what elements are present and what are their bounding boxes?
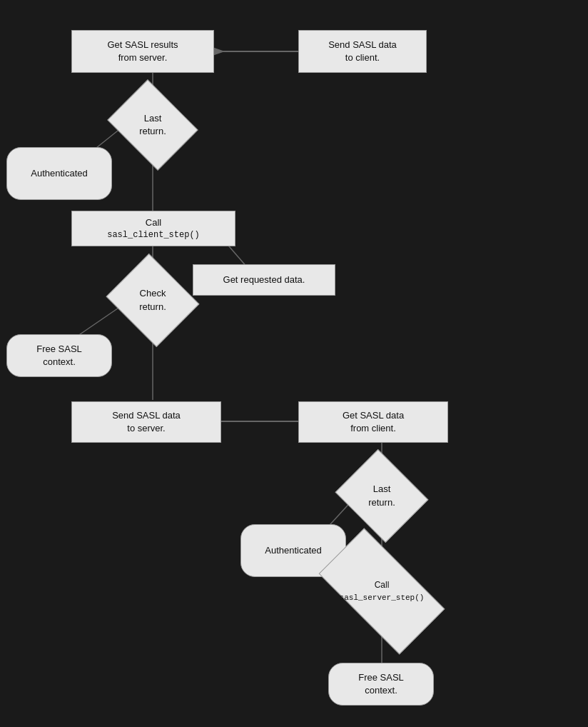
free-sasl-2-node: Free SASLcontext. bbox=[328, 663, 434, 706]
last-return-1-diamond: Lastreturn. bbox=[117, 96, 188, 154]
send-sasl-data-client-node: Send SASL datato client. bbox=[298, 30, 427, 73]
call-sasl-server-diamond: Callsasl_server_step() bbox=[325, 559, 439, 623]
call-sasl-client-node: Call sasl_client_step() bbox=[71, 211, 235, 246]
get-requested-data-node: Get requested data. bbox=[193, 264, 335, 296]
get-sasl-client-node: Get SASL datafrom client. bbox=[298, 401, 448, 443]
last-return-2-diamond: Lastreturn. bbox=[346, 466, 417, 526]
check-return-diamond: Checkreturn. bbox=[117, 270, 188, 331]
flowchart-diagram: Get SASL resultsfrom server. Send SASL d… bbox=[0, 0, 588, 727]
send-sasl-server-node: Send SASL datato server. bbox=[71, 401, 221, 443]
free-sasl-1-node: Free SASLcontext. bbox=[6, 334, 112, 377]
get-sasl-results-node: Get SASL resultsfrom server. bbox=[71, 30, 214, 73]
authenticated-1-node: Authenticated bbox=[6, 147, 112, 200]
